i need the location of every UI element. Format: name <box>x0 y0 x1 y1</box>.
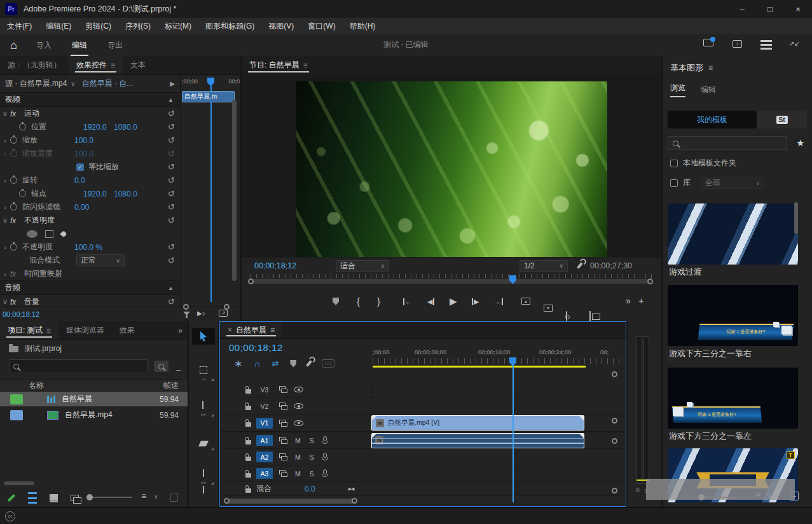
stopwatch-icon[interactable] <box>19 190 26 197</box>
twirl-icon[interactable]: › <box>0 137 10 144</box>
mute-button[interactable]: M <box>295 470 301 478</box>
eye-icon[interactable] <box>294 403 303 409</box>
track-name[interactable]: A3 <box>256 468 273 479</box>
scrubber-end-handle[interactable] <box>647 279 653 284</box>
comparison-view-icon[interactable] <box>589 311 591 321</box>
column-framerate[interactable]: 帧速 <box>163 380 179 391</box>
snap-icon[interactable]: ∩ <box>254 359 260 369</box>
eye-icon[interactable] <box>294 420 303 426</box>
sync-lock-icon[interactable] <box>279 403 287 410</box>
eg-tab-browse[interactable]: 浏览 <box>670 83 685 97</box>
button-editor-icon[interactable]: + <box>638 295 644 306</box>
pen-mask-icon[interactable] <box>60 230 67 237</box>
track-name[interactable]: A2 <box>256 452 273 462</box>
close-tab-icon[interactable]: × <box>228 326 232 334</box>
export-frame-icon[interactable] <box>566 311 567 321</box>
item-name[interactable]: 自然早晨.mp4 <box>65 410 113 420</box>
reset-icon[interactable]: ↺ <box>168 202 175 212</box>
chevron-down-icon[interactable]: ∨ <box>71 80 75 87</box>
list-view-icon[interactable] <box>28 492 37 504</box>
lock-icon[interactable] <box>245 389 251 394</box>
panel-menu-icon[interactable]: ≡ <box>111 61 115 70</box>
track-name[interactable]: V2 <box>256 401 273 411</box>
tab-media-browser[interactable]: 媒体浏览器 <box>58 321 112 340</box>
ec-row-motion[interactable]: ∨ fx 运动 ↺ <box>0 107 180 120</box>
track-select-forward-tool[interactable]: → <box>192 366 215 382</box>
workspace-tab-export[interactable]: 导出 <box>106 36 124 55</box>
reset-icon[interactable]: ↺ <box>168 189 175 198</box>
panel-menu-icon[interactable]: ≡ <box>303 61 308 70</box>
program-scrubber[interactable] <box>242 274 661 288</box>
star-favorites-icon[interactable]: ★ <box>796 137 804 149</box>
adobe-stock-button[interactable]: St <box>757 116 807 124</box>
project-file-row[interactable]: 测试.prproj <box>9 343 62 354</box>
quick-export-icon[interactable]: ↑ <box>733 39 742 48</box>
ec-row-opacity-fx[interactable]: ∨ fx 不透明度 ↺ <box>0 214 180 227</box>
reset-icon[interactable]: ↺ <box>168 109 175 118</box>
menu-edit[interactable]: 编辑(E) <box>39 21 78 32</box>
twirl-icon[interactable]: › <box>0 203 10 211</box>
freeform-view-icon[interactable] <box>71 495 79 501</box>
ec-timecode[interactable]: 00;00;18;12 <box>3 310 39 318</box>
stopwatch-icon[interactable] <box>10 177 17 184</box>
scrubber-start-handle[interactable] <box>248 279 254 284</box>
lock-icon[interactable] <box>245 473 251 478</box>
panel-menu-icon[interactable]: ≡ <box>46 326 51 335</box>
ec-audio-header[interactable]: 音频 ▲ <box>0 280 180 295</box>
reset-icon[interactable]: ↺ <box>168 256 175 265</box>
workspace-tab-import[interactable]: 导入 <box>35 36 53 55</box>
mic-icon[interactable] <box>323 453 327 458</box>
ec-vertical-scrollbar[interactable] <box>232 100 237 281</box>
track-scroll-handle[interactable] <box>612 488 617 493</box>
sync-lock-icon[interactable] <box>279 420 287 427</box>
video-clip[interactable]: fx 自然早晨.mp4 [V] <box>371 415 584 431</box>
lock-icon[interactable] <box>245 406 251 410</box>
ellipse-mask-icon[interactable] <box>27 230 38 238</box>
collapse-icon[interactable]: ▲ <box>168 97 174 103</box>
zoom-slider-knob[interactable] <box>86 494 93 500</box>
local-folder-checkbox[interactable] <box>670 160 678 167</box>
tab-source[interactable]: 源：（无剪辑） <box>0 56 69 74</box>
track-name[interactable]: V3 <box>256 384 273 395</box>
captions-icon[interactable]: CC <box>322 359 334 368</box>
reset-icon[interactable]: ↺ <box>168 297 175 307</box>
reset-icon[interactable]: ↺ <box>168 216 175 225</box>
ec-hscroll-handle[interactable] <box>183 304 189 310</box>
menu-sequence[interactable]: 序列(S) <box>118 21 158 32</box>
settings-wrench-icon[interactable] <box>577 262 583 269</box>
lock-icon[interactable] <box>245 457 251 461</box>
ripple-edit-tool[interactable]: ↔ <box>192 401 215 418</box>
keyframe-nav-icon[interactable]: ▶◀ <box>348 486 354 492</box>
solo-button[interactable]: S <box>310 470 314 478</box>
template-card-transition[interactable] <box>668 203 798 265</box>
mic-icon[interactable] <box>323 436 327 441</box>
lock-icon[interactable] <box>245 422 251 427</box>
new-item-icon[interactable] <box>170 493 178 502</box>
project-row-sequence[interactable]: 自然早晨 59.94 <box>0 392 188 406</box>
sync-lock-icon[interactable] <box>279 386 287 393</box>
maximize-button[interactable]: □ <box>756 0 784 18</box>
add-marker-icon[interactable] <box>333 298 339 305</box>
ec-hscroll-handle[interactable] <box>224 304 230 310</box>
eye-icon[interactable] <box>294 387 303 392</box>
menu-help[interactable]: 帮助(H) <box>343 21 383 32</box>
lift-icon[interactable]: ▲ <box>521 298 530 305</box>
track-mix[interactable]: 混合 0.0 ▶◀ <box>220 482 626 496</box>
track-scroll-handle[interactable] <box>612 438 617 444</box>
twirl-icon[interactable]: › <box>0 244 10 251</box>
play-button-icon[interactable]: ▶ <box>450 296 457 307</box>
my-templates-button[interactable]: 我的模板 <box>668 111 757 128</box>
mic-icon[interactable] <box>323 469 327 474</box>
twirl-icon[interactable]: ∨ <box>0 109 10 118</box>
mute-button[interactable]: M <box>295 437 301 445</box>
sort-icon[interactable]: ≡ <box>141 491 146 501</box>
sync-lock-icon[interactable] <box>279 437 287 444</box>
track-name[interactable]: V1 <box>256 418 273 429</box>
linked-selection-icon[interactable]: ⇄ <box>272 359 279 368</box>
track-scroll-handle[interactable] <box>612 418 617 424</box>
menu-file[interactable]: 文件(F) <box>0 21 39 32</box>
filter-properties-icon[interactable] <box>183 312 190 318</box>
go-to-in-icon[interactable]: ← <box>403 298 412 305</box>
project-hscrollbar[interactable] <box>4 481 34 485</box>
sync-lock-icon[interactable] <box>279 453 287 460</box>
